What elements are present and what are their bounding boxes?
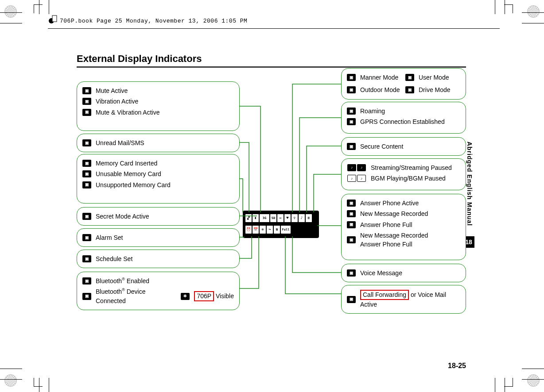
- indicator-group-network: ▣Roaming▣GPRS Connection Established: [341, 102, 466, 134]
- page-number: 18-25: [448, 362, 466, 370]
- indicator-row: ▣Call Forwarding or Voice Mail Active: [347, 290, 460, 309]
- indicator-row: ▣Voice Message: [347, 269, 460, 277]
- indicator-label: 706P Visible: [194, 291, 234, 301]
- indicator-label: Drive Mode: [419, 85, 451, 94]
- indicator-row: ▣Unsupported Memory Card: [82, 181, 234, 189]
- secret-mode-icon: ▣: [82, 213, 91, 220]
- indicator-group-memory: ▣Memory Card Inserted▣Unusable Memory Ca…: [77, 154, 240, 204]
- answer-phone-active-icon: ▣: [347, 200, 356, 207]
- indicator-row: ▣New Message Recorded: [347, 209, 460, 218]
- indicator-row: ▣Secure Content: [347, 142, 460, 151]
- external-display-preview: ▞▮3GSD ✉♥♀♪≡ ⏰📅✻↪☎Full: [243, 211, 319, 238]
- indicator-group-secure: ▣Secure Content: [341, 137, 466, 156]
- indicator-row: ▣Schedule Set: [82, 254, 234, 263]
- page-title: External Display Indicators: [77, 53, 202, 65]
- bluetooth-visible-icon: ✻: [181, 293, 190, 300]
- indicator-label: Schedule Set: [96, 254, 132, 263]
- indicator-row: ▣Unusable Memory Card: [82, 169, 234, 178]
- new-message-recorded-icon: ▣: [347, 210, 356, 217]
- indicator-label: Bluetooth® Enabled: [96, 277, 149, 285]
- indicator-label: Manner Mode: [360, 73, 398, 82]
- indicator-row: ▣Unread Mail/SMS: [82, 138, 234, 147]
- indicator-row: ▣Drive Mode: [405, 85, 460, 94]
- header-timestamp: 706P.book Page 25 Monday, November 13, 2…: [60, 18, 247, 24]
- indicator-row: ▣Outdoor Mode: [347, 85, 402, 94]
- indicator-row: ▣Answer Phone Full: [347, 220, 460, 229]
- indicator-group-media: ♪♪Streaming/Streaming Paused♪♪BGM Playin…: [341, 158, 466, 190]
- indicator-row: ▣New Message RecordedAnswer Phone Full: [347, 231, 460, 249]
- indicator-row: ▣Secret Mode Active: [82, 212, 234, 221]
- sd-unsupported-icon: ▣: [82, 181, 91, 188]
- mute-vibration-icon: ▣: [82, 109, 91, 116]
- alarm-icon: ▣: [82, 234, 91, 241]
- indicator-row: ♪♪BGM Playing/BGM Paused: [347, 174, 460, 183]
- outdoor-mode-icon: ▣: [347, 86, 356, 93]
- voice-message-icon: ▣: [347, 269, 356, 277]
- indicator-group-alarm: ▣Alarm Set: [77, 228, 240, 247]
- indicator-label: Roaming: [360, 107, 385, 115]
- indicator-group-modes: ▣Manner Mode▣User Mode▣Outdoor Mode▣Driv…: [341, 68, 466, 100]
- indicator-group-secret: ▣Secret Mode Active: [77, 207, 240, 226]
- indicator-label: Streaming/Streaming Paused: [371, 163, 452, 172]
- bluetooth-connected-icon: ▣: [82, 293, 91, 300]
- indicator-label: New Message RecordedAnswer Phone Full: [360, 231, 428, 249]
- indicator-label: Memory Card Inserted: [96, 159, 157, 168]
- indicator-label: Secret Mode Active: [96, 212, 149, 221]
- indicator-label: Vibration Active: [96, 97, 138, 106]
- indicator-label: GPRS Connection Established: [360, 117, 445, 126]
- indicator-row: ▣GPRS Connection Established: [347, 117, 460, 126]
- header-icon: [48, 15, 58, 26]
- user-mode-icon: ▣: [405, 74, 414, 81]
- indicator-label: Unread Mail/SMS: [96, 138, 144, 147]
- indicator-group-voicemsg: ▣Voice Message: [341, 264, 466, 282]
- indicator-group-answerphone: ▣Answer Phone Active▣New Message Recorde…: [341, 194, 466, 260]
- side-label: Abridged English Manual: [466, 142, 473, 226]
- indicator-row: ▣Memory Card Inserted: [82, 159, 234, 168]
- sd-inserted-icon: ▣: [82, 160, 91, 167]
- sd-unusable-icon: ▣: [82, 170, 91, 177]
- indicator-label: Mute Active: [96, 86, 128, 95]
- indicator-label: Mute & Vibration Active: [96, 108, 159, 117]
- indicator-label: BGM Playing/BGM Paused: [371, 174, 446, 183]
- indicator-label: Alarm Set: [96, 233, 123, 242]
- indicator-group-schedule: ▣Schedule Set: [77, 250, 240, 268]
- schedule-icon: ▣: [82, 255, 91, 262]
- indicator-label: Unsupported Memory Card: [96, 181, 171, 189]
- indicator-row: ▣Answer Phone Active: [347, 199, 460, 208]
- vibration-icon: ▣: [82, 98, 91, 105]
- answer-phone-full-icon: ▣: [347, 221, 356, 228]
- indicator-label: Answer Phone Full: [360, 220, 412, 229]
- indicator-group-mail: ▣Unread Mail/SMS: [77, 134, 240, 152]
- indicator-row: ▣Vibration Active: [82, 97, 234, 106]
- indicator-row: ▣Roaming: [347, 107, 460, 115]
- indicator-row: ▣Alarm Set: [82, 233, 234, 242]
- indicator-row: ♪♪Streaming/Streaming Paused: [347, 163, 460, 172]
- indicator-label: Call Forwarding or Voice Mail Active: [360, 290, 460, 309]
- unread-mail-icon: ▣: [82, 139, 91, 146]
- title-underline: [77, 66, 466, 68]
- manner-mode-icon: ▣: [347, 74, 356, 81]
- svg-rect-1: [52, 15, 57, 22]
- streaming-pair-icon: ♪♪: [347, 164, 366, 171]
- drive-mode-icon: ▣: [405, 86, 414, 93]
- indicator-label: Secure Content: [360, 142, 403, 151]
- indicator-label: Voice Message: [360, 269, 402, 277]
- bgm-pair-icon: ♪♪: [347, 175, 366, 182]
- indicator-row: ▣Mute & Vibration Active: [82, 108, 234, 117]
- indicator-group-callfwd: ▣Call Forwarding or Voice Mail Active: [341, 285, 466, 314]
- indicator-label: User Mode: [419, 73, 449, 82]
- indicator-row: ▣Bluetooth® DeviceConnected✻706P Visible: [82, 287, 234, 305]
- indicator-label: New Message Recorded: [360, 209, 428, 218]
- indicator-label: Answer Phone Active: [360, 199, 419, 208]
- indicator-row: ▣User Mode: [405, 73, 460, 82]
- mute-icon: ▣: [82, 87, 91, 94]
- indicator-label: Unusable Memory Card: [96, 169, 161, 178]
- indicator-label: Outdoor Mode: [360, 85, 400, 94]
- roaming-icon: ▣: [347, 108, 356, 115]
- indicator-row: ▣Bluetooth® Enabled: [82, 277, 234, 285]
- indicator-row: ▣Mute Active: [82, 86, 234, 95]
- indicator-group-bluetooth: ▣Bluetooth® Enabled▣Bluetooth® DeviceCon…: [77, 272, 240, 310]
- indicator-label: Bluetooth® DeviceConnected: [96, 287, 146, 305]
- secure-content-icon: ▣: [347, 143, 356, 150]
- indicator-row: ▣Manner Mode: [347, 73, 402, 82]
